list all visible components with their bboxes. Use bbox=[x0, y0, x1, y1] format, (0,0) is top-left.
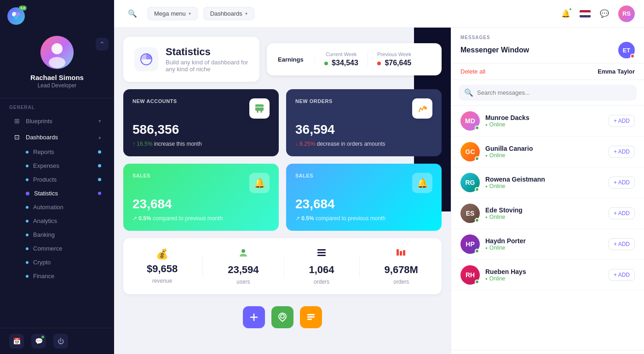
calendar-icon-btn[interactable]: 📅 bbox=[9, 334, 24, 348]
delete-all-button[interactable]: Delete all bbox=[460, 68, 485, 75]
contact-info: Ede Stoving Online bbox=[485, 206, 603, 220]
sidebar-item-commerce[interactable]: Commerce bbox=[4, 242, 110, 255]
nav-dot bbox=[26, 247, 29, 250]
nav-dot bbox=[26, 275, 29, 278]
messenger-user-avatar[interactable]: ET bbox=[618, 42, 635, 58]
add-contact-button[interactable]: + ADD bbox=[609, 207, 635, 219]
dashboards-label: Dashboards bbox=[210, 10, 242, 17]
contact-info: Rueben Hays Online bbox=[485, 268, 603, 282]
revenue-label: revenue bbox=[152, 278, 172, 284]
sidebar-item-label: Finance bbox=[33, 273, 54, 280]
language-flag-button[interactable] bbox=[580, 10, 591, 17]
sidebar-item-automation[interactable]: Automation bbox=[4, 200, 110, 214]
add-contact-button[interactable]: + ADD bbox=[609, 269, 635, 281]
chevron-up-icon: ▴ bbox=[98, 134, 101, 140]
chat-button[interactable]: 💬 bbox=[596, 6, 613, 22]
messenger-title-row: Messenger Window ET bbox=[460, 42, 635, 58]
sidebar-item-statistics[interactable]: Statistics bbox=[4, 187, 110, 200]
sidebar-logo: 3.0 bbox=[0, 0, 114, 29]
svg-rect-23 bbox=[307, 316, 315, 318]
users-icon bbox=[238, 247, 249, 261]
sidebar-item-label: Reports bbox=[33, 148, 54, 155]
mega-menu-button[interactable]: Mega menu ▾ bbox=[147, 7, 198, 20]
divider bbox=[284, 255, 284, 278]
svg-rect-24 bbox=[307, 319, 312, 320]
search-button[interactable]: 🔍 bbox=[123, 6, 142, 21]
sidebar-bottom-bar: 📅 💬 ⏻ bbox=[0, 328, 114, 354]
new-orders-card: NEW ORDERS 36,594 ↓ 8.25% decrease in or bbox=[286, 89, 442, 156]
chat-icon-btn[interactable]: 💬 bbox=[31, 334, 46, 348]
add-contact-button[interactable]: + ADD bbox=[609, 177, 635, 188]
card-label: SALES bbox=[295, 173, 313, 178]
online-dot bbox=[475, 156, 479, 161]
add-contact-button[interactable]: + ADD bbox=[609, 238, 635, 250]
contact-item[interactable]: GC Gunilla Canario Online + ADD bbox=[451, 137, 644, 167]
chevron-down-icon: ▾ bbox=[189, 11, 191, 16]
card-header: NEW ORDERS bbox=[295, 98, 432, 119]
contact-item[interactable]: HP Haydn Porter Online + ADD bbox=[451, 229, 644, 260]
bottom-stats-card: 💰 $9,658 revenue 23,594 users bbox=[123, 238, 442, 294]
sidebar-item-crypto[interactable]: Crypto bbox=[4, 256, 110, 269]
add-action-button[interactable] bbox=[243, 306, 265, 328]
arrow-down-icon: ↓ bbox=[295, 141, 299, 147]
nav-dot bbox=[26, 151, 29, 154]
sidebar-item-blueprints[interactable]: ⊞ Blueprints ▾ bbox=[4, 113, 110, 129]
current-week-label: Current Week bbox=[324, 51, 358, 57]
contact-item[interactable]: MD Munroe Dacks Online + ADD bbox=[451, 106, 644, 137]
new-accounts-card: NEW ACCOUNTS 586,356 ↑ bbox=[123, 89, 279, 156]
contact-item[interactable]: ES Ede Stoving Online + ADD bbox=[451, 198, 644, 229]
card-value: 23,684 bbox=[295, 197, 432, 211]
mega-menu-label: Mega menu bbox=[154, 10, 186, 17]
sidebar-item-finance[interactable]: Finance bbox=[4, 269, 110, 283]
nav-dot bbox=[26, 178, 29, 181]
card-label: NEW ACCOUNTS bbox=[132, 98, 177, 104]
card-icon bbox=[249, 98, 270, 119]
profile-collapse-button[interactable]: ⌃ bbox=[96, 38, 109, 51]
card-header: NEW ACCOUNTS bbox=[132, 98, 270, 119]
tag-action-button[interactable] bbox=[300, 306, 322, 328]
online-dot bbox=[475, 249, 479, 253]
contact-info: Gunilla Canario Online bbox=[485, 145, 603, 159]
add-contact-button[interactable]: + ADD bbox=[609, 115, 635, 127]
card-icon: 🔔 bbox=[412, 173, 432, 193]
sidebar-item-dashboards[interactable]: ⊡ Dashboards ▴ bbox=[4, 129, 110, 145]
add-contact-button[interactable]: + ADD bbox=[609, 146, 635, 158]
orders-label: orders bbox=[314, 279, 329, 285]
previous-week-col: Previous Week $76,645 bbox=[368, 51, 420, 67]
contact-item[interactable]: RH Rueben Hays Online + ADD bbox=[451, 260, 644, 291]
contact-info: Haydn Porter Online bbox=[485, 237, 603, 251]
card-change: ↓ 8.25% decrease in orders amounts bbox=[295, 141, 432, 147]
nav-dot bbox=[26, 261, 29, 264]
contact-list: MD Munroe Dacks Online + ADD GC bbox=[451, 106, 644, 350]
sales-blue-card: SALES 🔔 23,684 ↗ 0.5% compared to previo… bbox=[286, 164, 442, 231]
search-input[interactable] bbox=[477, 89, 631, 96]
card-icon: 🔔 bbox=[249, 173, 270, 193]
power-icon-btn[interactable]: ⏻ bbox=[53, 334, 68, 348]
sidebar-item-reports[interactable]: Reports bbox=[4, 145, 110, 159]
location-action-button[interactable] bbox=[271, 306, 293, 328]
sidebar-item-label: Products bbox=[33, 176, 57, 183]
svg-rect-17 bbox=[400, 251, 402, 256]
sidebar-item-products[interactable]: Products bbox=[4, 173, 110, 186]
green-dot bbox=[324, 62, 328, 65]
card-header: SALES 🔔 bbox=[132, 173, 270, 193]
profile-role: Lead Developer bbox=[38, 82, 77, 89]
notification-bell-button[interactable]: 🔔 bbox=[558, 6, 574, 22]
current-week-value: $34,543 bbox=[324, 59, 358, 67]
sidebar-item-banking[interactable]: Banking bbox=[4, 228, 110, 241]
user-avatar-button[interactable]: RS bbox=[618, 6, 635, 22]
card-change: ↗ 0.5% compared to previous month bbox=[132, 215, 270, 222]
svg-point-21 bbox=[281, 314, 284, 318]
sidebar-item-analytics[interactable]: Analytics bbox=[4, 214, 110, 228]
card-change: ↗ 0.5% compared to previous month bbox=[295, 215, 432, 222]
status-dot bbox=[98, 178, 101, 181]
sidebar-item-label: Crypto bbox=[33, 259, 51, 266]
dashboards-button[interactable]: Dashboards ▾ bbox=[203, 7, 254, 20]
sidebar: 3.0 ⌃ Rachael Simons Lead Developer bbox=[0, 0, 114, 354]
contact-item[interactable]: RG Rowena Geistmann Online + ADD bbox=[451, 167, 644, 198]
contact-status: Online bbox=[485, 183, 603, 189]
svg-point-12 bbox=[242, 249, 245, 253]
header-row: Statistics Build any kind of dashboard f… bbox=[123, 37, 442, 82]
search-icon: 🔍 bbox=[464, 88, 473, 97]
sidebar-item-expenses[interactable]: Expenses bbox=[4, 159, 110, 172]
